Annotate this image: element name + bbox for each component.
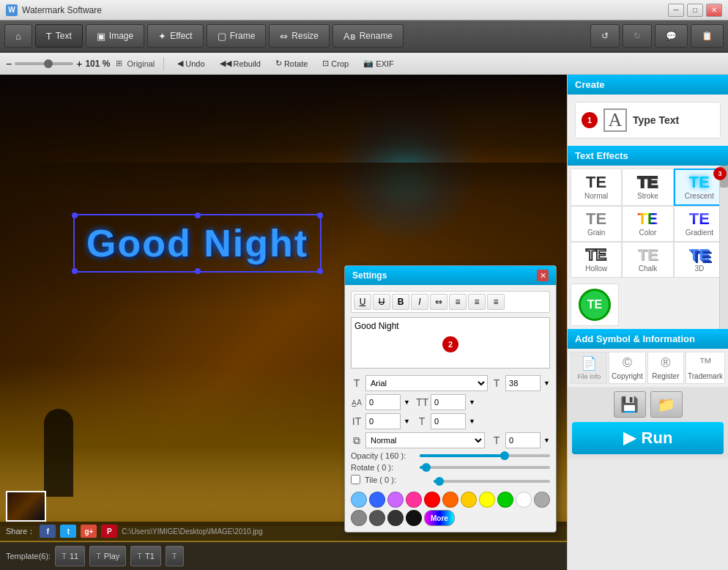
align-left-button[interactable]: ≡ <box>449 294 467 310</box>
align-right-button[interactable]: ≡ <box>487 294 505 310</box>
type-text-item[interactable]: 1 A Type Text <box>575 102 721 138</box>
effect-3d[interactable]: TE 3D <box>674 242 725 278</box>
effect-crescent[interactable]: 3 TE Crescent <box>674 169 725 206</box>
color-swatch-5[interactable] <box>424 492 440 508</box>
comment-button[interactable]: 💬 <box>655 24 688 48</box>
kerning-button[interactable]: ⇔ <box>430 294 447 310</box>
maximize-button[interactable]: □ <box>687 4 703 17</box>
minimize-button[interactable]: ─ <box>668 4 684 17</box>
underline-button[interactable]: U <box>354 294 371 310</box>
handle-bottom-mid[interactable] <box>195 268 201 274</box>
home-button[interactable]: ⌂ <box>4 24 32 48</box>
handle-bottom-left[interactable] <box>72 268 78 274</box>
effect-color[interactable]: TE Color <box>622 206 673 242</box>
rename-button[interactable]: Aʙ Rename <box>333 24 404 48</box>
crop-button[interactable]: ⊡ Crop <box>318 57 353 70</box>
text-button[interactable]: T Text <box>35 24 83 48</box>
color-swatch-6[interactable] <box>442 492 458 508</box>
rebuild-button[interactable]: ◀◀ Rebuild <box>215 57 265 70</box>
handle-top-right[interactable] <box>317 212 323 218</box>
line-arrow: ▼ <box>469 399 475 406</box>
googleplus-button[interactable]: g+ <box>81 525 97 538</box>
italic-button[interactable]: I <box>411 294 428 310</box>
settings-toolbar-button[interactable]: 📋 <box>691 24 724 48</box>
rotate-slider[interactable] <box>420 466 550 469</box>
watermark-text: Good Night <box>86 221 308 265</box>
run-button[interactable]: ▶ Run <box>572 422 724 454</box>
exif-button[interactable]: 📷 EXIF <box>359 57 398 70</box>
align-center-button[interactable]: ≡ <box>468 294 486 310</box>
bold-button[interactable]: B <box>392 294 409 310</box>
char-spacing-input[interactable] <box>365 394 401 410</box>
watermark-container[interactable]: Good Night <box>73 214 322 273</box>
color-swatch-4[interactable] <box>406 492 422 508</box>
font-family-select[interactable]: Arial <box>365 375 488 391</box>
font-size-input[interactable] <box>505 375 541 391</box>
register-item[interactable]: ® Register <box>647 352 684 384</box>
color-swatch-8[interactable] <box>479 492 495 508</box>
line-spacing-input[interactable] <box>431 394 466 410</box>
blend-opacity-input[interactable] <box>505 432 541 448</box>
te-symbol-item[interactable]: TE <box>571 284 619 326</box>
rotate-thumb[interactable] <box>422 463 431 472</box>
facebook-button[interactable]: f <box>40 525 56 538</box>
template-item-2[interactable]: T Play <box>89 546 126 566</box>
handle-bottom-right[interactable] <box>317 268 323 274</box>
frame-button[interactable]: ▢ Frame <box>207 24 267 48</box>
color-swatch-7[interactable] <box>461 492 477 508</box>
color-swatch-3[interactable] <box>387 492 404 508</box>
undo-toolbar-button[interactable]: ↺ <box>590 24 620 48</box>
color-swatch-9[interactable] <box>497 492 513 508</box>
twitter-button[interactable]: t <box>60 525 76 538</box>
color-swatch-10[interactable] <box>516 492 532 508</box>
zoom-out-icon[interactable]: − <box>6 58 12 70</box>
color-swatch-11[interactable] <box>534 492 550 508</box>
handle-top-left[interactable] <box>72 212 78 218</box>
opacity-slider[interactable] <box>420 454 550 457</box>
effect-grain[interactable]: TE Grain <box>571 206 622 242</box>
save-button[interactable]: 💾 <box>614 391 646 418</box>
zoom-in-icon[interactable]: + <box>76 58 82 70</box>
template-item-3[interactable]: T T1 <box>130 546 161 566</box>
color-swatch-13[interactable] <box>369 510 385 526</box>
image-button[interactable]: ▣ Image <box>86 24 144 48</box>
opacity-thumb[interactable] <box>500 451 509 460</box>
color-swatch-14[interactable] <box>387 510 404 526</box>
effect-normal[interactable]: TE Normal <box>571 169 622 206</box>
pinterest-button[interactable]: P <box>101 525 117 538</box>
effect-stroke[interactable]: TE Stroke <box>622 169 673 206</box>
copyright-item[interactable]: © Copyright <box>609 352 645 384</box>
tile-thumb[interactable] <box>435 477 444 486</box>
effect-button[interactable]: ✦ Effect <box>147 24 203 48</box>
color-swatch-15[interactable] <box>406 510 422 526</box>
effect-chalk[interactable]: TE Chalk <box>622 242 673 278</box>
thumbnail-preview[interactable] <box>7 492 45 520</box>
effect-gradient[interactable]: TE Gradient <box>674 206 725 242</box>
more-colors-button[interactable]: More <box>424 510 455 526</box>
effects-scrollbar[interactable] <box>719 166 728 329</box>
underline2-button[interactable]: U <box>373 294 390 310</box>
close-button[interactable]: ✕ <box>706 4 722 17</box>
save-as-button[interactable]: 📁 <box>650 391 683 418</box>
effect-hollow[interactable]: TE Hollow <box>571 242 622 278</box>
scale-y-input[interactable] <box>431 413 466 429</box>
color-swatch-2[interactable] <box>369 492 385 508</box>
blend-mode-select[interactable]: Normal <box>365 432 485 448</box>
color-swatch-1[interactable] <box>351 492 367 508</box>
resize-button[interactable]: ⇔ Resize <box>269 24 330 48</box>
redo-toolbar-button[interactable]: ↻ <box>623 24 652 48</box>
rotate-button[interactable]: ↻ Rotate <box>271 57 312 70</box>
tile-slider[interactable] <box>434 480 550 483</box>
template-item-1[interactable]: T 11 <box>55 546 85 566</box>
template-item-4[interactable]: T <box>166 546 184 566</box>
file-info-item[interactable]: 📄 File Info <box>571 352 607 384</box>
zoom-slider[interactable] <box>15 62 73 65</box>
scale-x-input[interactable] <box>365 413 401 429</box>
handle-top-mid[interactable] <box>195 212 201 218</box>
color-swatch-12[interactable] <box>351 510 367 526</box>
undo-button[interactable]: ◀ Undo <box>173 57 209 70</box>
tile-checkbox[interactable] <box>351 475 360 484</box>
dialog-close-button[interactable]: ✕ <box>537 270 549 281</box>
trademark-item[interactable]: ™ Trademark <box>686 352 725 384</box>
text-input[interactable]: Good Night <box>351 317 550 369</box>
